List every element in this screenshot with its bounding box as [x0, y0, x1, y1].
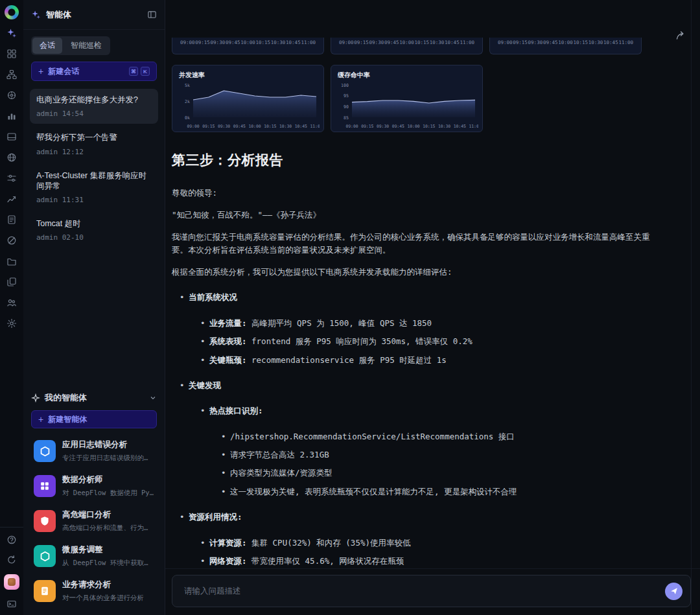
- help-icon[interactable]: [6, 534, 18, 546]
- new-agent-button[interactable]: + 新建智能体: [31, 410, 157, 428]
- chart-title: 并发速率: [179, 71, 320, 80]
- new-agent-label: 新建智能体: [48, 414, 87, 425]
- bullet-text: 系统表现: frontend 服务 P95 响应时间为 350ms, 错误率仅 …: [209, 335, 472, 347]
- svg-text:11:00: 11:00: [310, 124, 320, 129]
- conversation-title: Tomcat 超时: [36, 218, 152, 229]
- refresh-icon[interactable]: [6, 554, 18, 566]
- chat-main: 09:0009:1509:3009:4510:0010:1510:3010:45…: [165, 0, 700, 615]
- x-tick: 11:00: [460, 40, 474, 45]
- agent-item[interactable]: 应用日志错误分析专注于应用日志错误级别的分析: [30, 434, 158, 469]
- user-avatar[interactable]: [4, 574, 19, 590]
- logs-icon[interactable]: [6, 214, 18, 226]
- svg-text:11:00: 11:00: [469, 124, 478, 129]
- svg-text:2k: 2k: [185, 99, 190, 104]
- share-forward-icon[interactable]: [675, 30, 686, 43]
- bullet-dot: •: [200, 354, 209, 366]
- question-input[interactable]: [183, 586, 659, 596]
- trend-icon[interactable]: [6, 193, 18, 205]
- bullet-text: 当前系统状况: [189, 291, 237, 303]
- topology-icon[interactable]: [6, 69, 18, 80]
- bullet-text: 这一发现极为关键, 表明系统瓶颈不仅仅是计算能力不足, 更是架构设计不合理: [230, 485, 517, 498]
- users-icon[interactable]: [6, 297, 18, 308]
- collapse-sidebar-icon[interactable]: [147, 10, 157, 19]
- x-tick: 09:45: [543, 40, 558, 45]
- bullet-text: 网络资源: 带宽使用率仅 45.6%, 网络状况存在瓶颈: [209, 555, 404, 567]
- bar-chart-icon[interactable]: [6, 110, 18, 122]
- hexagon-agent-icon: [34, 440, 56, 462]
- settings-icon[interactable]: [6, 318, 18, 329]
- x-tick: 10:15: [255, 40, 270, 45]
- x-tick: 09:30: [211, 40, 226, 45]
- svg-text:10:45: 10:45: [295, 124, 307, 129]
- svg-text:10:30: 10:30: [438, 124, 450, 129]
- my-agents-title: 我的智能体: [45, 392, 87, 404]
- svg-text:100: 100: [341, 83, 349, 88]
- my-agents-header: 我的智能体: [30, 388, 158, 408]
- bullet-text: 计算资源: 集群 CPU(32%) 和内存 (35%)使用率较低: [209, 537, 410, 549]
- conversation-list: 电商业务还能撑住多大并发?admin 14:54帮我分析下第一个告警admin …: [30, 89, 158, 248]
- globe-icon[interactable]: [6, 152, 18, 163]
- input-bar: [172, 575, 691, 607]
- x-tick: 09:00: [339, 40, 354, 45]
- conversation-item[interactable]: 帮我分析下第一个告警admin 12:12: [30, 126, 158, 161]
- bullet-text: 请求字节总合高达 2.31GB: [230, 448, 329, 461]
- x-tick: 09:30: [369, 40, 384, 45]
- sidebar-tab-0[interactable]: 会话: [32, 38, 62, 54]
- sidebar-header: 智能体: [23, 0, 165, 30]
- bullet-text: 关键发现: [189, 379, 221, 391]
- svg-text:09:30: 09:30: [218, 124, 230, 129]
- console-icon[interactable]: [6, 598, 18, 610]
- sidebar-tab-1[interactable]: 智能巡检: [64, 38, 109, 54]
- tune-icon[interactable]: [6, 172, 18, 184]
- x-tick: 09:30: [528, 40, 543, 45]
- x-axis-ticks: 09:0009:1509:3009:4510:0010:1510:3010:45…: [180, 40, 316, 45]
- bullet-dot: •: [200, 335, 209, 347]
- x-tick: 10:00: [240, 40, 255, 45]
- agent-item[interactable]: 数据分析师对 DeepFlow 数据使用 Pytho…: [30, 469, 158, 504]
- report-bullet: •这一发现极为关键, 表明系统瓶颈不仅仅是计算能力不足, 更是架构设计不合理: [172, 485, 659, 498]
- svg-text:10:00: 10:00: [407, 124, 419, 129]
- conversation-item[interactable]: 电商业务还能撑住多大并发?admin 14:54: [30, 89, 158, 124]
- chevron-down-icon[interactable]: [149, 394, 157, 402]
- new-conversation-button[interactable]: + 新建会话 ⌘K: [31, 62, 157, 81]
- bullet-text: 关键瓶颈: recommendationservice 服务 P95 时延超过 …: [209, 354, 447, 366]
- conversation-item[interactable]: Tomcat 超时admin 02-10: [30, 213, 158, 248]
- agent-text: 高危端口分析高危端口分析和流量、行为分析: [62, 509, 154, 533]
- agent-item[interactable]: 高危端口分析高危端口分析和流量、行为分析: [30, 504, 158, 539]
- svg-text:5k: 5k: [185, 83, 190, 88]
- report-bullet: •关键瓶颈: recommendationservice 服务 P95 时延超过…: [172, 354, 659, 366]
- shield-agent-icon: [34, 510, 56, 532]
- partial-chart-card: 09:0009:1509:3009:4510:0010:1510:3010:45…: [489, 38, 642, 54]
- agent-item[interactable]: 业务请求分析对一个具体的业务进行分析: [30, 574, 158, 609]
- report-outline: •当前系统状况•业务流量: 高峰期平均 QPS 为 1500, 峰值 QPS 达…: [172, 291, 659, 568]
- report-bullet: •内容类型为流媒体/资源类型: [172, 467, 659, 479]
- report-paragraphs: 尊敬的领导:"知己知彼，百战不殆。"——《孙子兵法》我谨向您汇报关于电商系统容量…: [172, 187, 659, 279]
- block-icon[interactable]: [6, 235, 18, 246]
- agent-name: 应用日志错误分析: [62, 439, 154, 450]
- bullet-dot: •: [200, 317, 209, 329]
- app-logo-icon[interactable]: [5, 5, 19, 19]
- copy-icon[interactable]: [6, 276, 18, 288]
- dashboard-icon[interactable]: [6, 48, 18, 60]
- message-content: 09:0009:1509:3009:4510:0010:1510:3010:45…: [165, 0, 700, 568]
- send-button[interactable]: [665, 583, 682, 600]
- kbd-hint: K: [141, 67, 150, 76]
- agents-icon[interactable]: [6, 27, 18, 39]
- svg-text:09:45: 09:45: [233, 124, 246, 129]
- folder-icon[interactable]: [6, 255, 18, 267]
- new-conversation-label: 新建会话: [48, 66, 79, 77]
- conversation-title: 电商业务还能撑住多大并发?: [36, 95, 152, 105]
- agent-text: 业务请求分析对一个具体的业务进行分析: [62, 579, 144, 603]
- conversation-item[interactable]: A-Test-Cluster 集群服务响应时间异常admin 11:31: [30, 165, 158, 211]
- x-tick: 09:00: [498, 40, 513, 45]
- agent-list: 应用日志错误分析专注于应用日志错误级别的分析数据分析师对 DeepFlow 数据…: [30, 434, 158, 609]
- agent-item[interactable]: 微服务调整从 DeepFlow 环境中获取真实…: [30, 539, 158, 574]
- partial-chart-card: 09:0009:1509:3009:4510:0010:1510:3010:45…: [172, 38, 324, 54]
- bullet-dot: •: [200, 404, 209, 417]
- conversation-title: 帮我分析下第一个告警: [36, 132, 152, 143]
- x-axis-ticks: 09:0009:1509:3009:4510:0010:1510:3010:45…: [339, 40, 474, 45]
- panel-icon[interactable]: [6, 131, 18, 143]
- services-icon[interactable]: [6, 89, 18, 101]
- bullet-dot: •: [200, 555, 209, 567]
- agent-text: 微服务调整从 DeepFlow 环境中获取真实…: [62, 544, 154, 568]
